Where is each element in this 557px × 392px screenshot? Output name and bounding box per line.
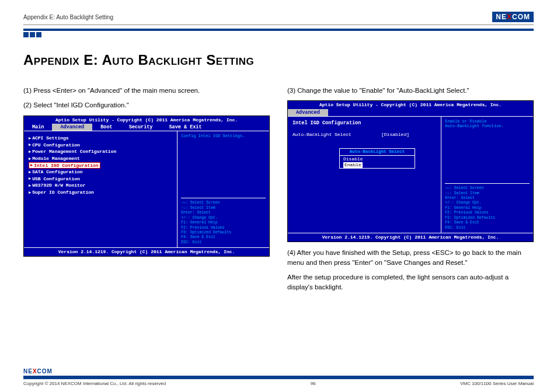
- popup-title: Auto-BackLight Select: [340, 149, 415, 156]
- note-text: After the setup procedure is completed, …: [287, 272, 534, 293]
- bios-menu-item: ▶ W83792D H/W Monitor: [29, 182, 172, 189]
- bios-tab: Main: [24, 124, 52, 131]
- bios-help-keys: →←: Select Screen↑↓: Select ItemEnter: S…: [181, 198, 266, 245]
- bios-menu-list: ▶ ACPI Settings▶ CPU Configuration▶ Powe…: [24, 131, 177, 247]
- bios-footer: Version 2.14.1219. Copyright (C) 2011 Am…: [288, 233, 533, 242]
- bios-tab: Save & Exit: [161, 124, 210, 131]
- bios-footer: Version 2.14.1219. Copyright (C) 2011 Am…: [24, 247, 269, 256]
- bios-title: Aptio Setup Utility - Copyright (C) 2011…: [24, 116, 269, 124]
- step-1: (1) Press <Enter> on "Advanced" of the m…: [23, 86, 270, 96]
- bios-tab: Advanced: [52, 124, 92, 131]
- setting-label: Auto-BackLight Select: [293, 132, 351, 138]
- page-number: 96: [311, 381, 316, 386]
- bios-tab: Boot: [92, 124, 120, 131]
- page-title: Appendix E: Auto Backlight Setting: [23, 52, 534, 68]
- bios-menu-item: ▶ Super IO Configuration: [29, 189, 172, 196]
- bios-menu-item: ▶ CPU Configuration: [29, 142, 172, 149]
- bios-menu-item: ▶ Intel IGD Configuration: [29, 162, 100, 169]
- bios-section-title: Intel IGD Configuration: [293, 120, 436, 126]
- bios-help-top: Enable or DisableAuto-BackLight function…: [445, 119, 530, 154]
- header-title: Appendix E: Auto Backlight Setting: [23, 14, 113, 20]
- divider: [23, 29, 534, 31]
- bios-tab-advanced: Advanced: [288, 109, 328, 116]
- bios-popup: Auto-BackLight Select DisableEnable: [339, 148, 415, 169]
- step-3: (3) Change the value to "Enable" for "Au…: [287, 86, 534, 96]
- bios-tabs: MainAdvancedBootSecuritySave & Exit: [24, 124, 269, 131]
- bios-menu-item: ▶ SATA Configuration: [29, 169, 172, 176]
- bios-menu-item: ▶ ACPI Settings: [29, 135, 172, 142]
- bios-menu-item: ▶ Module Management: [29, 155, 172, 162]
- step-2: (2) Select "Intel IGD Configuration.": [23, 100, 270, 110]
- popup-option-selected: Enable: [343, 162, 363, 168]
- copyright: Copyright © 2014 NEXCOM International Co…: [23, 381, 166, 386]
- footer-logo: NEXCOM: [23, 368, 53, 374]
- bios-screenshot-2: Aptio Setup Utility - Copyright (C) 2011…: [287, 100, 534, 242]
- setting-value: [Disabled]: [381, 132, 409, 138]
- bios-help-top: Config Intel IGD Settings.: [181, 134, 266, 169]
- bios-screenshot-1: Aptio Setup Utility - Copyright (C) 2011…: [23, 116, 270, 257]
- nexcom-logo: NEXCOM: [492, 12, 534, 22]
- bios-menu-item: ▶ Power Management Configuration: [29, 148, 172, 155]
- step-4: (4) After you have finished with the Set…: [287, 248, 534, 268]
- bios-help-keys: →←: Select Screen↑↓: Select ItemEnter: S…: [445, 183, 530, 230]
- popup-option: Disable: [340, 156, 415, 163]
- manual-title: VMC 100/1100 Series User Manual: [460, 381, 534, 386]
- squares-decor: [23, 32, 534, 37]
- bios-title: Aptio Setup Utility - Copyright (C) 2011…: [288, 101, 533, 109]
- bios-tab: Security: [121, 124, 161, 131]
- bios-tabs: Advanced: [288, 109, 533, 116]
- bios-setting-row: Auto-BackLight Select [Disabled]: [293, 132, 409, 138]
- bios-menu-item: ▶ USB Configuration: [29, 176, 172, 183]
- footer-bar: [23, 376, 534, 379]
